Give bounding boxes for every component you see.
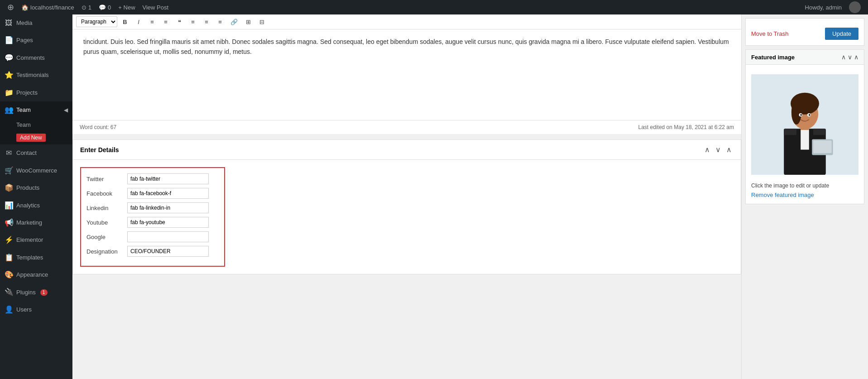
- facebook-input[interactable]: [127, 188, 209, 199]
- svg-rect-12: [813, 140, 832, 153]
- sidebar-item-testimonials[interactable]: ⭐ Testimonials: [0, 67, 72, 84]
- new-content-link[interactable]: + New: [115, 0, 139, 14]
- sidebar-label-media: Media: [16, 19, 32, 27]
- sidebar-item-analytics[interactable]: 📊 Analytics: [0, 197, 72, 214]
- products-icon: 📦: [5, 183, 13, 193]
- notifications-icon: ⊙: [82, 4, 86, 11]
- remove-featured-image-link[interactable]: Remove featured image: [751, 192, 858, 198]
- sidebar-item-pages[interactable]: 📄 Pages: [0, 32, 72, 49]
- sidebar-label-analytics: Analytics: [16, 201, 40, 210]
- sidebar-item-team[interactable]: 👥 Team ◀: [0, 101, 72, 119]
- site-url: localhost/finance: [30, 4, 74, 11]
- linkedin-input[interactable]: [127, 202, 209, 213]
- insert-table-button[interactable]: ⊞: [242, 17, 254, 27]
- right-panel: Move to Trash Update Featured image ∧ ∨ …: [741, 14, 868, 379]
- align-center-button[interactable]: ≡: [201, 17, 212, 27]
- comments-icon: 💬: [99, 4, 106, 11]
- twitter-input[interactable]: [127, 173, 209, 184]
- testimonials-icon: ⭐: [5, 70, 13, 80]
- right-panel-scroll: Move to Trash Update Featured image ∧ ∨ …: [742, 14, 868, 208]
- team-icon: 👥: [5, 105, 13, 115]
- align-right-button[interactable]: ≡: [214, 17, 226, 27]
- sidebar-item-users[interactable]: 👤 Users: [0, 301, 72, 318]
- form-row-youtube: Youtube: [86, 217, 219, 228]
- comments-count: 0: [108, 4, 111, 11]
- view-post-link[interactable]: View Post: [139, 0, 173, 14]
- appearance-icon: 🎨: [5, 270, 13, 280]
- site-name-link[interactable]: 🏠 localhost/finance: [18, 0, 78, 14]
- svg-point-10: [809, 114, 810, 116]
- editor-body[interactable]: tincidunt. Duis leo. Sed fringilla mauri…: [72, 29, 741, 120]
- plugins-badge: 1: [40, 289, 48, 296]
- bold-button[interactable]: B: [119, 17, 131, 27]
- designation-input[interactable]: [127, 246, 209, 257]
- editor-toolbar: Paragraph B I ≡ ≡ ❝ ≡ ≡ ≡ 🔗 ⊞ ⊟: [72, 14, 741, 29]
- google-label: Google: [86, 234, 127, 240]
- contact-icon: ✉: [5, 148, 13, 158]
- editor-footer: Word count: 67 Last edited on May 18, 20…: [72, 120, 741, 134]
- new-label: + New: [118, 4, 135, 11]
- pages-icon: 📄: [5, 35, 13, 45]
- sidebar-label-pages: Pages: [16, 36, 33, 44]
- comments-link[interactable]: 💬 0: [95, 0, 115, 14]
- featured-image-clickable[interactable]: [751, 70, 858, 179]
- add-new-label: Add New: [16, 134, 46, 142]
- featured-image-down-button[interactable]: ∨: [848, 53, 852, 61]
- link-button[interactable]: 🔗: [228, 17, 240, 27]
- featured-image-collapse-button[interactable]: ∧: [854, 53, 858, 61]
- sidebar-item-templates[interactable]: 📋 Templates: [0, 249, 72, 266]
- toolbar-more-button[interactable]: ⊟: [256, 17, 268, 27]
- enter-details-section: Enter Details ∧ ∨ ∧ Twitter Fac: [72, 139, 741, 274]
- facebook-label: Facebook: [86, 190, 127, 197]
- google-input[interactable]: [127, 231, 209, 242]
- align-left-button[interactable]: ≡: [187, 17, 199, 27]
- details-collapse-up-button[interactable]: ∧: [703, 144, 712, 155]
- sidebar-item-products[interactable]: 📦 Products: [0, 179, 72, 197]
- blockquote-button[interactable]: ❝: [173, 17, 185, 27]
- paragraph-select[interactable]: Paragraph: [76, 16, 117, 27]
- update-button[interactable]: Update: [825, 28, 858, 40]
- youtube-input[interactable]: [127, 217, 209, 228]
- users-icon: 👤: [5, 305, 13, 315]
- sidebar-item-plugins[interactable]: 🔌 Plugins 1: [0, 283, 72, 301]
- sidebar-item-comments[interactable]: 💬 Comments: [0, 49, 72, 67]
- details-close-button[interactable]: ∧: [724, 144, 734, 155]
- details-controls: ∧ ∨ ∧: [703, 144, 734, 155]
- featured-image-svg: [751, 70, 858, 179]
- move-to-trash-link[interactable]: Move to Trash: [751, 30, 788, 37]
- svg-point-9: [800, 114, 802, 116]
- sidebar-label-woocommerce: WooCommerce: [16, 167, 57, 175]
- sidebar-label-testimonials: Testimonials: [16, 71, 49, 79]
- user-avatar-link[interactable]: [845, 0, 864, 14]
- publish-actions: Move to Trash Update: [751, 28, 858, 40]
- sidebar-label-marketing: Marketing: [16, 219, 42, 227]
- sidebar-item-marketing[interactable]: 📢 Marketing: [0, 214, 72, 231]
- notifications-link[interactable]: ⊙ 1: [78, 0, 95, 14]
- italic-button[interactable]: I: [133, 17, 144, 27]
- plugins-icon: 🔌: [5, 287, 13, 297]
- woocommerce-icon: 🛒: [5, 166, 13, 176]
- sidebar-item-contact[interactable]: ✉ Contact: [0, 144, 72, 162]
- sidebar-sub-item-add-new[interactable]: Add New: [0, 131, 72, 144]
- admin-bar-right: Howdy, admin: [801, 0, 864, 14]
- editor-wrap: Paragraph B I ≡ ≡ ❝ ≡ ≡ ≡ 🔗 ⊞ ⊟ tincidun…: [72, 14, 741, 379]
- ordered-list-button[interactable]: ≡: [160, 17, 172, 27]
- wp-logo-link[interactable]: ⊕: [4, 0, 18, 14]
- sidebar-item-elementor[interactable]: ⚡ Elementor: [0, 231, 72, 249]
- editor-scroll: tincidunt. Duis leo. Sed fringilla mauri…: [72, 29, 741, 379]
- featured-image-up-button[interactable]: ∧: [841, 53, 846, 61]
- sidebar-label-templates: Templates: [16, 254, 43, 262]
- sidebar-label-team: Team: [16, 106, 31, 114]
- sidebar-item-projects[interactable]: 📁 Projects: [0, 84, 72, 101]
- details-header: Enter Details ∧ ∨ ∧: [73, 140, 741, 160]
- sidebar-item-media[interactable]: 🖼 Media: [0, 14, 72, 32]
- sidebar-item-woocommerce[interactable]: 🛒 WooCommerce: [0, 162, 72, 179]
- details-collapse-down-button[interactable]: ∨: [714, 144, 723, 155]
- form-row-google: Google: [86, 231, 219, 242]
- svg-rect-2: [801, 129, 809, 149]
- sidebar-sub-item-team[interactable]: Team: [0, 119, 72, 131]
- sidebar-item-appearance[interactable]: 🎨 Appearance: [0, 266, 72, 283]
- media-icon: 🖼: [5, 18, 13, 28]
- form-row-linkedin: Linkedin: [86, 202, 219, 213]
- unordered-list-button[interactable]: ≡: [146, 17, 158, 27]
